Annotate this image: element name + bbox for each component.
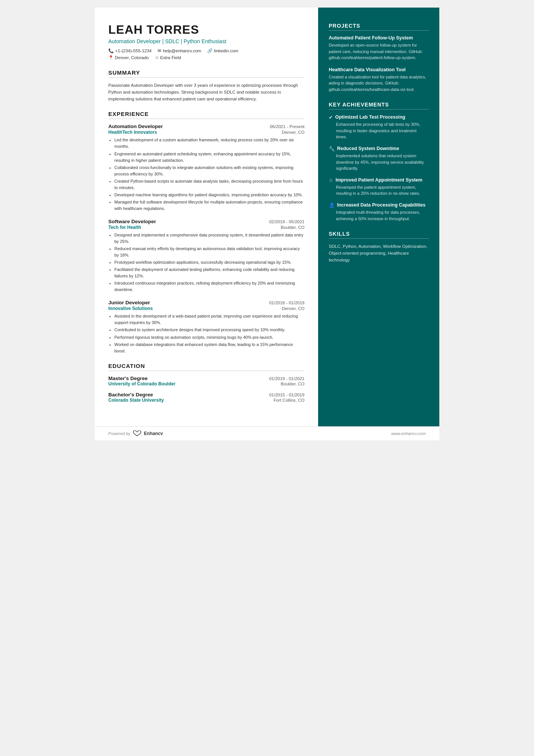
bullet-item: Performed rigorous testing on automation… <box>114 334 304 341</box>
edu-date-2: 01/2015 - 01/2019 <box>269 393 304 397</box>
extra-value: Extra Field <box>160 55 181 60</box>
achievement-title-4: Increased Data Processing Capabilities <box>337 202 425 208</box>
achievement-desc-1: Enhanced the processing of lab tests by … <box>329 121 429 140</box>
achievement-title-1: Optimized Lab Test Processing <box>335 114 405 120</box>
experience-section: EXPERIENCE Automation Developer 06/2021 … <box>108 111 304 354</box>
extra-field: ☆ Extra Field <box>155 55 181 60</box>
phone-icon: 📞 <box>108 48 114 53</box>
phone-info: 📞 +1-(234)-555-1234 <box>108 48 151 53</box>
achievement-desc-4: Integrated multi-threading for data proc… <box>329 209 429 222</box>
experience-title: EXPERIENCE <box>108 111 304 119</box>
achievements-section: KEY ACHIEVEMENTS ✔ Optimized Lab Test Pr… <box>329 102 429 222</box>
wrench-icon: 🔧 <box>329 146 335 152</box>
bullet-item: Facilitated the deployment of automated … <box>114 266 304 279</box>
achievement-header-3: ☆ Improved Patient Appointment System <box>329 177 429 183</box>
enhancv-heart-icon <box>133 430 142 437</box>
edu-location-1: Boulder, CO <box>281 382 304 386</box>
skills-section: SKILLS SDLC, Python, Automation, Workflo… <box>329 231 429 263</box>
bullet-item: Assisted in the development of a web-bas… <box>114 313 304 326</box>
link-icon: 🔗 <box>207 48 212 53</box>
footer-left: Powered by Enhancv <box>108 430 163 437</box>
edu-university-2: Colorado State University <box>108 398 164 403</box>
location-icon: 📍 <box>108 55 114 60</box>
exp-company-2: Tech for Health <box>108 225 141 230</box>
achievement-entry-4: 👤 Increased Data Processing Capabilities… <box>329 202 429 222</box>
bullet-item: Created Python-based scripts to automate… <box>114 178 304 191</box>
exp-location-1: Denver, CO <box>282 130 304 135</box>
project-desc-1: Developed an open-source follow-up syste… <box>329 42 429 61</box>
edu-header-row-1: Master's Degree 01/2019 - 01/2021 <box>108 376 304 381</box>
person-icon: 👤 <box>329 202 335 208</box>
bullet-item: Reduced manual entry efforts by developi… <box>114 246 304 258</box>
summary-text: Passionate Automation Developer with ove… <box>108 82 304 102</box>
powered-by-label: Powered by <box>108 431 130 436</box>
bullet-item: Prototyped workflow optimization applica… <box>114 259 304 266</box>
project-title-1: Automated Patient Follow-Up System <box>329 35 429 41</box>
achievements-title: KEY ACHIEVEMENTS <box>329 102 429 110</box>
exp-date-1: 06/2021 - Present <box>270 124 304 129</box>
bullet-item: Designed and implemented a comprehensive… <box>114 232 304 245</box>
projects-section: PROJECTS Automated Patient Follow-Up Sys… <box>329 23 429 92</box>
projects-title: PROJECTS <box>329 23 429 31</box>
exp-header-row-2: Software Developer 02/2019 - 05/2021 <box>108 219 304 224</box>
exp-location-3: Denver, CO <box>282 306 304 311</box>
city-value: Denver, Colorado <box>115 55 149 60</box>
header-section: LEAH TORRES Automation Developer | SDLC … <box>108 23 304 60</box>
bullet-item: Led the development of a custom automati… <box>114 137 304 150</box>
exp-date-2: 02/2019 - 05/2021 <box>269 219 304 224</box>
phone-value: +1-(234)-555-1234 <box>115 49 151 53</box>
bullet-item: Collaborated cross-functionally to integ… <box>114 164 304 177</box>
footer: Powered by Enhancv www.enhancv.com <box>95 426 439 440</box>
candidate-name: LEAH TORRES <box>108 23 304 37</box>
achievement-title-3: Improved Patient Appointment System <box>336 177 422 183</box>
edu-entry-1: Master's Degree 01/2019 - 01/2021 Univer… <box>108 376 304 387</box>
linkedin-value: linkedin.com <box>214 49 238 53</box>
exp-header-row-1: Automation Developer 06/2021 - Present <box>108 124 304 129</box>
email-icon: ✉ <box>158 48 161 53</box>
bullet-item: Engineered an automated patient scheduli… <box>114 151 304 164</box>
achievement-title-2: Reduced System Downtime <box>337 146 399 152</box>
exp-date-3: 01/2018 - 01/2019 <box>269 301 304 305</box>
education-section: EDUCATION Master's Degree 01/2019 - 01/2… <box>108 363 304 403</box>
edu-university-row-1: University of Colorado Boulder Boulder, … <box>108 381 304 387</box>
exp-entry-3: Junior Developer 01/2018 - 01/2019 Innov… <box>108 300 304 354</box>
star-icon: ☆ <box>155 55 159 60</box>
project-title-2: Healthcare Data Visualization Tool <box>329 67 429 72</box>
location-info: 📍 Denver, Colorado ☆ Extra Field <box>108 55 304 60</box>
exp-bullets-1: Led the development of a custom automati… <box>108 137 304 212</box>
right-column: PROJECTS Automated Patient Follow-Up Sys… <box>318 8 439 426</box>
bullet-item: Introduced continuous integration practi… <box>114 280 304 293</box>
project-desc-2: Created a visualization tool for patient… <box>329 74 429 93</box>
edu-location-2: Fort Collins, CO <box>273 398 304 402</box>
email-value: help@enhancv.com <box>163 49 201 53</box>
exp-location-2: Boulder, CO <box>281 225 304 230</box>
exp-company-row-3: Innovative Solutions Denver, CO <box>108 306 304 311</box>
skills-text: SDLC, Python, Automation, Workflow Optim… <box>329 243 429 263</box>
exp-company-3: Innovative Solutions <box>108 306 153 311</box>
left-column: LEAH TORRES Automation Developer | SDLC … <box>95 8 318 426</box>
linkedin-info: 🔗 linkedin.com <box>207 48 238 53</box>
bullet-item: Developed machine learning algorithms fo… <box>114 192 304 198</box>
project-entry-1: Automated Patient Follow-Up System Devel… <box>329 35 429 61</box>
edu-degree-2: Bachelor's Degree <box>108 392 153 398</box>
contact-info: 📞 +1-(234)-555-1234 ✉ help@enhancv.com 🔗… <box>108 48 304 53</box>
edu-entry-2: Bachelor's Degree 01/2015 - 01/2019 Colo… <box>108 392 304 403</box>
bullet-item: Contributed to system architecture desig… <box>114 327 304 333</box>
star-icon: ☆ <box>329 177 333 183</box>
achievement-desc-3: Revamped the patient appointment system,… <box>329 184 429 197</box>
achievement-entry-1: ✔ Optimized Lab Test Processing Enhanced… <box>329 114 429 140</box>
achievement-entry-2: 🔧 Reduced System Downtime Implemented so… <box>329 146 429 172</box>
achievement-header-2: 🔧 Reduced System Downtime <box>329 146 429 152</box>
check-icon: ✔ <box>329 114 333 120</box>
edu-header-row-2: Bachelor's Degree 01/2015 - 01/2019 <box>108 392 304 398</box>
email-info: ✉ help@enhancv.com <box>158 48 201 53</box>
achievement-header-4: 👤 Increased Data Processing Capabilities <box>329 202 429 208</box>
exp-entry-2: Software Developer 02/2019 - 05/2021 Tec… <box>108 219 304 293</box>
exp-company-row-1: HealthTech Innovators Denver, CO <box>108 130 304 135</box>
footer-website: www.enhancv.com <box>391 431 426 436</box>
bullet-item: Worked on database integrations that enh… <box>114 341 304 354</box>
summary-section: SUMMARY Passionate Automation Developer … <box>108 69 304 102</box>
education-title: EDUCATION <box>108 363 304 371</box>
exp-bullets-3: Assisted in the development of a web-bas… <box>108 313 304 354</box>
exp-header-row-3: Junior Developer 01/2018 - 01/2019 <box>108 300 304 305</box>
